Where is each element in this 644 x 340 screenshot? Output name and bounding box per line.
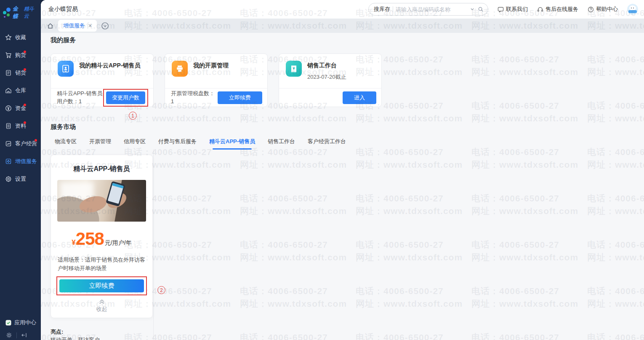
tab-invoicing[interactable]: 开票管理	[89, 138, 111, 148]
annotation-step-1: 1	[129, 112, 137, 120]
search-scope-label[interactable]: 搜库存	[374, 5, 390, 13]
yuan-circle-icon	[5, 105, 12, 112]
tab-value-added-services[interactable]: 增值服务 ×	[58, 20, 97, 32]
contact-us-link[interactable]: 联系我们	[498, 5, 528, 13]
annotation-box-1: 变更用户数	[103, 89, 148, 107]
document-icon	[5, 123, 12, 129]
user-count-label: 精斗云APP-销售员用户数：1	[57, 90, 103, 106]
brand-name: 金蝶	[13, 5, 23, 20]
renew-now-gradient-button[interactable]: 立即续费	[59, 279, 144, 292]
sidebar-item-app-center[interactable]: 应用中心	[5, 319, 36, 327]
topbar-right: 搜库存 联系我们 售后在线服务 帮助中心	[368, 3, 638, 16]
sidebar-item-purchases[interactable]: 购货	[0, 46, 41, 64]
chevron-down-icon[interactable]	[469, 6, 475, 12]
price-unit: 元/用户/年	[105, 239, 132, 247]
invoicing-icon	[172, 61, 188, 77]
enter-button[interactable]: 进入	[343, 91, 376, 104]
theme-icon[interactable]	[6, 332, 12, 338]
notification-dot	[24, 121, 26, 124]
sidebar-item-sales[interactable]: 销货	[0, 64, 41, 82]
page-content: 我的服务 我的精斗云APP-销售员 精斗云APP-销售员用户数：1 变更用户数	[41, 33, 644, 340]
sales-workbench-icon: ¥	[286, 61, 302, 77]
divider	[16, 332, 17, 338]
sidebar: 金蝶 精斗云 收藏 购货 销货 仓库 资金 资料	[0, 0, 41, 340]
service-card-title: 我的开票管理	[193, 62, 229, 70]
sidebar-tools	[0, 332, 41, 338]
deadline-label: 2023-07-20截止	[307, 73, 346, 81]
highlights-clipped-text: 移动开单，拜访客户	[51, 336, 147, 340]
highlights-label: 亮点:	[51, 328, 63, 336]
sidebar-item-favorites[interactable]: 收藏	[0, 29, 41, 46]
notification-dot	[35, 139, 37, 142]
avatar-band	[628, 10, 637, 13]
tab-jdy-app-sales[interactable]: 精斗云APP-销售员	[209, 138, 255, 148]
usage-scenario-text: 适用场景：适用于销售员在外拜访客户时移动开单的场景	[58, 256, 146, 273]
annotation-step-2: 2	[157, 286, 165, 294]
notification-dot	[24, 68, 26, 71]
divider	[393, 6, 393, 12]
help-center-link[interactable]: 帮助中心	[588, 5, 618, 13]
double-chevron-up-icon	[99, 299, 105, 304]
sidebar-item-customer-ops[interactable]: 客户经营	[0, 135, 41, 153]
product-card-jdy-app-sales: 精斗云APP-销售员 ¥ 258 元/用户/年 适用场景：适用于销售员在外拜访客…	[51, 155, 153, 318]
tab-customer-workbench[interactable]: 客户经营工作台	[308, 138, 346, 148]
diamond-square-icon	[5, 158, 12, 165]
headset-icon	[537, 6, 543, 13]
service-market-title: 服务市场	[51, 123, 76, 131]
sidebar-item-data[interactable]: 资料	[0, 117, 41, 135]
currency-symbol: ¥	[72, 238, 75, 247]
home-tab-icon[interactable]	[47, 22, 54, 29]
annotation-box-2: 立即续费	[56, 276, 147, 295]
aftersales-service-link[interactable]: 售后在线服务	[537, 5, 578, 13]
tab-bar: 增值服务 ×	[41, 19, 644, 33]
collapse-toggle[interactable]: 收起	[51, 299, 152, 313]
product-title: 精斗云APP-销售员	[51, 165, 152, 174]
avatar-eye	[633, 8, 634, 8]
app-center-label: 应用中心	[14, 319, 36, 327]
sidebar-nav: 收藏 购货 销货 仓库 资金 资料 客户经营	[0, 29, 41, 188]
notification-dot	[24, 51, 26, 53]
inventory-search[interactable]: 搜库存	[368, 3, 488, 16]
service-card-jdy-app-sales: 我的精斗云APP-销售员 精斗云APP-销售员用户数：1 变更用户数	[51, 54, 154, 107]
tab-payment-aftersales[interactable]: 付费与售后服务	[158, 138, 197, 148]
product-photo	[57, 180, 146, 222]
service-card-sales-workbench: ¥ 销售工作台 2023-07-20截止 进入	[279, 54, 382, 107]
user-avatar[interactable]	[627, 4, 638, 15]
renew-now-button[interactable]: 立即续费	[218, 91, 262, 104]
collapse-sidebar-icon[interactable]	[21, 332, 27, 338]
help-icon	[588, 6, 594, 13]
sidebar-item-settings[interactable]: 设置	[0, 170, 41, 188]
service-card-title: 销售工作台	[307, 62, 346, 70]
change-user-count-button[interactable]: 变更用户数	[106, 91, 145, 104]
company-title: 金小蝶贸易	[48, 5, 78, 13]
sidebar-item-label: 设置	[15, 175, 26, 183]
sidebar-item-value-added-services[interactable]: 增值服务	[0, 153, 41, 170]
trend-square-icon	[5, 140, 12, 147]
collapse-label: 收起	[96, 306, 107, 312]
warehouse-icon	[5, 87, 12, 94]
brand-logo-icon	[3, 7, 11, 18]
sidebar-item-label: 增值服务	[15, 158, 37, 165]
notification-dot	[24, 104, 26, 106]
market-tabs: 物流专区 开票管理 信用专区 付费与售后服务 精斗云APP-销售员 销售工作台 …	[55, 138, 346, 148]
tab-credit[interactable]: 信用专区	[124, 138, 146, 148]
main-area: 金小蝶贸易 搜库存 联系我们 售后在线服务 帮助中心	[41, 0, 644, 340]
jdy-app-sales-icon	[58, 61, 74, 77]
tab-sales-workbench[interactable]: 销售工作台	[268, 138, 295, 148]
cart-icon	[5, 52, 12, 59]
close-tab-icon[interactable]: ×	[88, 23, 92, 29]
avatar-eye	[631, 8, 632, 8]
search-input[interactable]	[396, 6, 467, 13]
tab-list-dropdown-icon[interactable]	[101, 22, 109, 30]
my-services-title: 我的服务	[51, 36, 76, 44]
sidebar-item-warehouse[interactable]: 仓库	[0, 82, 41, 99]
price-value: 258	[76, 230, 104, 248]
tab-logistics[interactable]: 物流专区	[55, 138, 77, 148]
sidebar-item-label: 仓库	[15, 87, 26, 94]
chat-icon	[498, 6, 504, 13]
search-icon[interactable]	[478, 6, 484, 12]
contact-us-label: 联系我们	[506, 5, 528, 13]
sidebar-item-label: 客户经营	[15, 140, 37, 147]
sidebar-item-funds[interactable]: 资金	[0, 99, 41, 117]
service-card-invoicing: 我的开票管理 开票管理税盘数：1 立即续费	[165, 54, 268, 107]
